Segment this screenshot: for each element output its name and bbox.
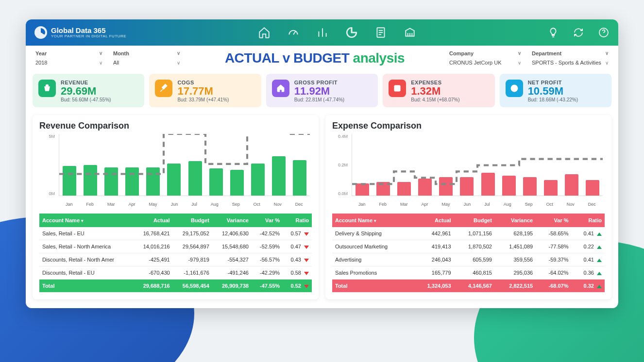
chart-bar[interactable] [146, 167, 160, 196]
chart-bar[interactable] [586, 180, 599, 196]
table-row[interactable]: Discounts, Retail - North Amer-425,491-9… [39, 253, 312, 266]
company-select[interactable]: CRONUS JetCorp UK∨ [446, 58, 524, 67]
chart-bar[interactable] [251, 164, 265, 196]
trend-down-icon [304, 259, 309, 262]
chart-bar[interactable] [502, 176, 516, 196]
panels-row: Revenue Comparison 5M0M JanFebMarAprMayJ… [26, 115, 618, 308]
col-header[interactable]: Actual [413, 214, 454, 227]
expense-title: Expense Comparison [332, 121, 605, 131]
kpi-np: NET PROFIT 10.59M Bud: 18.66M (-43.22%) [500, 74, 611, 107]
col-header[interactable]: Budget [454, 214, 495, 227]
kpi-value: 17.77M [177, 85, 229, 97]
chevron-down-icon[interactable]: ∨ [605, 50, 609, 56]
col-header[interactable]: Var % [536, 214, 571, 227]
home-icon[interactable] [258, 26, 271, 39]
table-row[interactable]: Advertising246,043605,599359,556-59.37% … [332, 253, 605, 266]
chevron-down-icon[interactable]: ∨ [518, 50, 521, 56]
chart-bar[interactable] [209, 168, 223, 196]
kpi-budget: Bud: 18.66M (-43.22%) [528, 97, 578, 102]
chart-bar[interactable] [376, 182, 390, 196]
table-row[interactable]: Delivery & Shipping442,9611,071,156628,1… [332, 227, 605, 240]
kpi-budget: Bud: 33.79M (+47.41%) [177, 97, 229, 102]
company-label: Company [449, 50, 474, 56]
chevron-down-icon[interactable]: ∨ [177, 50, 180, 56]
month-label: Month [113, 50, 129, 56]
svg-rect-2 [394, 85, 400, 91]
right-icons [547, 27, 610, 38]
chart-bar[interactable] [397, 182, 411, 196]
col-header[interactable]: Variance [495, 214, 536, 227]
chart-bar[interactable] [523, 177, 537, 196]
chart-bar[interactable] [293, 160, 306, 196]
expense-table: Account Name ▾ActualBudgetVarianceVar %R… [332, 214, 605, 293]
kpi-exp: EXPENSES 1.32M Bud: 4.15M (+68.07%) [383, 74, 494, 107]
chart-bar[interactable] [167, 164, 181, 196]
bank-icon[interactable] [404, 26, 416, 39]
brand-name: Global Data 365 [51, 27, 126, 34]
trend-down-icon [304, 285, 309, 288]
table-row[interactable]: Outsourced Marketing419,4131,870,5021,45… [332, 240, 605, 253]
table-row[interactable]: Sales, Retail - EU16,768,42129,175,05212… [39, 227, 312, 240]
topbar: Global Data 365 YOUR PARTNER IN DIGITAL … [26, 19, 618, 46]
chart-bar[interactable] [272, 156, 286, 196]
month-select[interactable]: All∨ [110, 58, 183, 67]
kpi-row: REVENUE 29.69M Bud: 56.60M (-47.55%) COG… [26, 69, 618, 115]
kpi-value: 10.59M [528, 85, 578, 97]
col-header[interactable]: Account Name ▾ [39, 214, 134, 227]
chart-bar[interactable] [544, 180, 558, 196]
department-label: Department [532, 50, 561, 56]
expense-chart: 0.4M0.2M0.0M JanFebMarAprMayJunJulAugSep… [332, 134, 605, 207]
document-icon[interactable] [374, 26, 387, 39]
chart-bar[interactable] [188, 161, 202, 196]
trend-down-icon [304, 272, 309, 275]
year-label: Year [35, 50, 47, 56]
col-header[interactable]: Budget [173, 214, 212, 227]
dashboard-window: Global Data 365 YOUR PARTNER IN DIGITAL … [26, 19, 618, 308]
kpi-cogs: COGS 17.77M Bud: 33.79M (+47.41%) [149, 74, 261, 107]
chart-bar[interactable] [63, 166, 76, 196]
kpi-value: 29.69M [61, 85, 111, 97]
table-row[interactable]: Sales Promotions165,779460,815295,036-64… [332, 266, 605, 280]
chart-bar[interactable] [460, 177, 474, 196]
chart-bar[interactable] [84, 165, 97, 196]
trend-up-icon [597, 272, 602, 275]
revenue-chart: 5M0M JanFebMarAprMayJunJulAugSepOctNovDe… [39, 134, 312, 207]
col-header[interactable]: Account Name ▾ [332, 214, 413, 227]
chevron-down-icon[interactable]: ∨ [99, 50, 102, 56]
help-icon[interactable] [598, 27, 610, 38]
table-row[interactable]: Sales, Retail - North America14,016,2162… [39, 240, 312, 253]
table-row[interactable]: Discounts, Retail - EU-670,430-1,161,676… [39, 266, 312, 280]
chart-bar[interactable] [230, 170, 244, 196]
chart-bar[interactable] [125, 167, 139, 196]
chart-bar[interactable] [565, 174, 578, 196]
chart-bar[interactable] [481, 173, 495, 196]
brand-tagline: YOUR PARTNER IN DIGITAL FUTURE [51, 34, 126, 38]
rev-icon [38, 80, 56, 97]
cogs-icon [155, 80, 172, 97]
chart-bar[interactable] [356, 183, 369, 196]
department-select[interactable]: SPORTS - Sports & Activities∨ [529, 58, 611, 67]
nav-icons [258, 26, 416, 39]
year-select[interactable]: 2018∨ [33, 58, 105, 67]
chart-bar[interactable] [418, 179, 432, 196]
kpi-gp: GROSS PROFIT 11.92M Bud: 22.81M (-47.74%… [266, 74, 378, 107]
pie-chart-icon[interactable] [345, 26, 358, 39]
col-header[interactable]: Variance [212, 214, 252, 227]
bulb-icon[interactable] [547, 27, 559, 38]
revenue-panel: Revenue Comparison 5M0M JanFebMarAprMayJ… [33, 115, 319, 299]
chart-bar[interactable] [104, 167, 118, 196]
col-header[interactable]: Ratio [572, 214, 605, 227]
revenue-table: Account Name ▾ActualBudgetVarianceVar %R… [39, 214, 312, 293]
refresh-icon[interactable] [573, 27, 584, 38]
kpi-rev: REVENUE 29.69M Bud: 56.60M (-47.55%) [33, 74, 144, 107]
kpi-value: 11.92M [294, 85, 344, 97]
total-row: Total1,324,0534,146,5672,822,515-68.07% … [332, 280, 605, 293]
kpi-budget: Bud: 4.15M (+68.07%) [411, 97, 459, 102]
gauge-icon[interactable] [287, 26, 300, 39]
col-header[interactable]: Actual [134, 214, 173, 227]
chart-bar[interactable] [439, 177, 453, 196]
col-header[interactable]: Var % [252, 214, 283, 227]
bar-chart-icon[interactable] [316, 26, 329, 39]
col-header[interactable]: Ratio [283, 214, 312, 227]
trend-down-icon [304, 246, 309, 249]
